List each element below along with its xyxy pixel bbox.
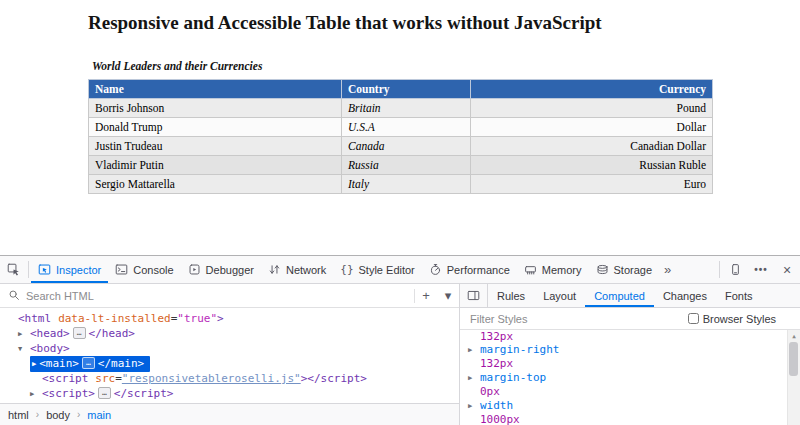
storage-icon — [596, 263, 609, 276]
network-icon — [268, 263, 281, 276]
performance-icon — [429, 263, 442, 276]
tab-inspector[interactable]: Inspector — [31, 256, 108, 283]
table-row: Borris Johnson Britain Pound — [89, 99, 713, 118]
collapsed-content-icon[interactable]: … — [98, 387, 111, 399]
expand-arrow-icon[interactable]: ▶ — [30, 387, 42, 402]
collapsed-content-icon[interactable]: … — [73, 327, 86, 339]
column-header-country: Country — [342, 80, 471, 99]
scroll-up-icon[interactable]: ▲ — [788, 330, 800, 341]
tree-node-main-selected[interactable]: ▶<main>…</main> — [0, 356, 459, 371]
tab-network[interactable]: Network — [261, 256, 333, 283]
property-name: width — [480, 399, 513, 412]
property-name: margin-top — [480, 371, 546, 384]
tab-computed[interactable]: Computed — [585, 284, 654, 307]
more-tools-chevron-icon[interactable]: » — [659, 256, 676, 283]
tab-console[interactable]: Console — [108, 256, 180, 283]
markup-search-bar: + ▾ — [0, 284, 459, 308]
table-header-row: Name Country Currency — [89, 80, 713, 99]
cell-name: Justin Trudeau — [89, 137, 342, 156]
property-value: 1000px — [468, 413, 800, 425]
script-src-link[interactable]: "responsivetableroselli.js" — [122, 372, 301, 385]
tab-label: Style Editor — [359, 264, 415, 276]
expand-arrow-icon[interactable]: ▶ — [468, 399, 476, 413]
add-node-button[interactable]: + — [415, 284, 437, 307]
tab-label: Storage — [614, 264, 653, 276]
cell-currency: Euro — [471, 175, 713, 194]
computed-property-margin-right[interactable]: ▶margin-right — [468, 343, 800, 357]
collapse-arrow-icon[interactable]: ▼ — [18, 342, 30, 357]
tab-fonts[interactable]: Fonts — [716, 284, 762, 307]
browser-styles-checkbox[interactable] — [688, 313, 699, 324]
computed-value-partial: 132px — [468, 330, 800, 343]
breadcrumb-separator-icon: › — [77, 409, 80, 420]
split-pane-icon — [467, 289, 480, 302]
filter-styles-input[interactable] — [468, 312, 682, 326]
tree-node-script-inline[interactable]: ▶<script>…</script> — [0, 386, 459, 401]
tab-label: Network — [286, 264, 326, 276]
tree-node-head[interactable]: ▶<head>…</head> — [0, 326, 459, 341]
cell-country: Britain — [342, 99, 471, 118]
column-header-currency: Currency — [471, 80, 713, 99]
tab-memory[interactable]: Memory — [517, 256, 589, 283]
breadcrumb-main[interactable]: main — [87, 409, 111, 421]
computed-property-width[interactable]: ▶width — [468, 399, 800, 413]
tab-label: Inspector — [56, 264, 101, 276]
scrollbar[interactable]: ▲ — [787, 330, 800, 425]
tab-debugger[interactable]: Debugger — [181, 256, 261, 283]
cell-country: U.S.A — [342, 118, 471, 137]
expand-arrow-icon[interactable]: ▶ — [468, 343, 476, 357]
toolbar-separator — [28, 261, 29, 278]
toolbar-spacer — [676, 256, 717, 283]
expand-arrow-icon[interactable]: ▶ — [32, 357, 36, 372]
collapsed-content-icon[interactable]: … — [82, 357, 95, 369]
tree-node-script-src[interactable]: <scriptsrc="responsivetableroselli.js"><… — [0, 371, 459, 386]
expand-arrow-icon[interactable]: ▶ — [18, 327, 30, 342]
html-tree: <htmldata-lt-installed="true"> ▶<head>…<… — [0, 308, 459, 403]
cell-currency: Dollar — [471, 118, 713, 137]
tree-node-body[interactable]: ▼<body> — [0, 341, 459, 356]
inspector-sidebar: Rules Layout Computed Changes Fonts Brow… — [460, 284, 800, 425]
devtools-toolbar: Inspector Console Debugger Network {} St… — [0, 256, 800, 284]
breadcrumb-html[interactable]: html — [8, 409, 29, 421]
property-name: margin-right — [480, 343, 559, 356]
computed-property-margin-top[interactable]: ▶margin-top — [468, 371, 800, 385]
close-devtools-button[interactable]: × — [774, 256, 800, 283]
tab-style-editor[interactable]: {} Style Editor — [333, 256, 422, 283]
cell-currency: Canadian Dollar — [471, 137, 713, 156]
breadcrumb-separator-icon: › — [36, 409, 39, 420]
selected-node-highlight[interactable]: ▶<main>…</main> — [30, 356, 150, 372]
tab-storage[interactable]: Storage — [589, 256, 660, 283]
column-header-name: Name — [89, 80, 342, 99]
sidebar-toggle-button[interactable] — [460, 284, 488, 307]
cell-country: Canada — [342, 137, 471, 156]
web-page: Responsive and Accessible Table that wor… — [0, 0, 800, 255]
tab-rules[interactable]: Rules — [488, 284, 534, 307]
property-value: 132px — [468, 357, 800, 371]
devtools-menu-button[interactable]: ••• — [748, 256, 774, 283]
table-row: Justin Trudeau Canada Canadian Dollar — [89, 137, 713, 156]
screenshot-root: Responsive and Accessible Table that wor… — [0, 0, 800, 425]
tab-changes[interactable]: Changes — [654, 284, 716, 307]
scrollbar-thumb[interactable] — [789, 342, 798, 376]
tab-performance[interactable]: Performance — [422, 256, 517, 283]
cell-country: Russia — [342, 156, 471, 175]
search-options-chevron-icon[interactable]: ▾ — [437, 284, 459, 307]
responsive-design-mode-button[interactable] — [722, 256, 748, 283]
tab-label: Performance — [447, 264, 510, 276]
tab-label: Debugger — [206, 264, 254, 276]
element-picker-button[interactable] — [0, 256, 26, 283]
browser-styles-toggle: Browser Styles — [688, 313, 776, 325]
table-caption: World Leaders and their Currencies — [92, 60, 262, 72]
search-html-input[interactable] — [21, 290, 414, 302]
sidebar-tabs: Rules Layout Computed Changes Fonts — [460, 284, 800, 308]
expand-arrow-icon[interactable]: ▶ — [468, 371, 476, 385]
console-icon — [115, 263, 128, 276]
markup-pane: + ▾ <htmldata-lt-installed="true"> ▶<hea… — [0, 284, 460, 425]
cell-currency: Russian Ruble — [471, 156, 713, 175]
cell-name: Sergio Mattarella — [89, 175, 342, 194]
tree-node-html[interactable]: <htmldata-lt-installed="true"> — [0, 311, 459, 326]
breadcrumb-body[interactable]: body — [46, 409, 70, 421]
tab-label: Memory — [542, 264, 582, 276]
browser-styles-label: Browser Styles — [703, 313, 776, 325]
tab-layout[interactable]: Layout — [534, 284, 585, 307]
